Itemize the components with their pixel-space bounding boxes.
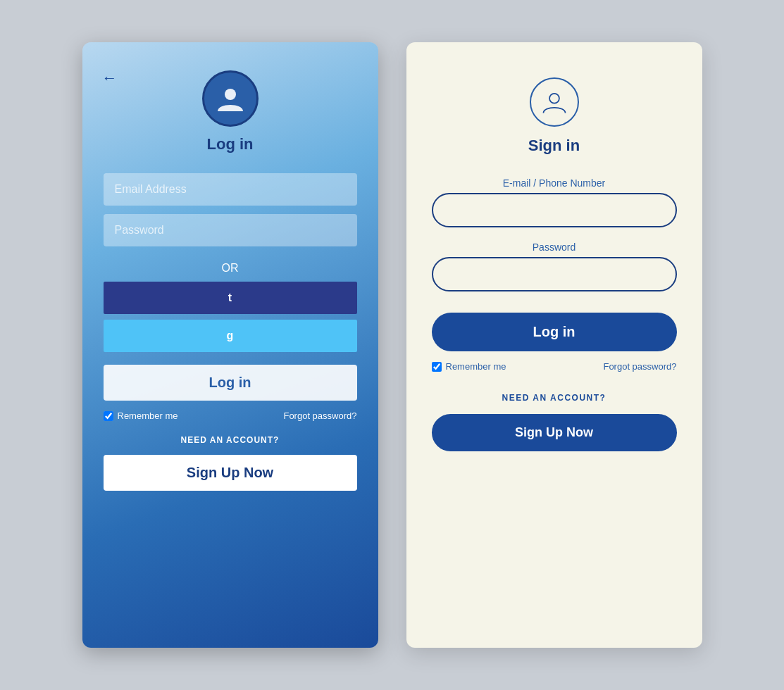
forgot-password-left[interactable]: Forgot password? xyxy=(283,410,356,421)
signup-button-left[interactable]: Sign Up Now xyxy=(104,455,357,491)
right-title: Sign in xyxy=(528,137,580,155)
svg-point-1 xyxy=(549,94,559,104)
forgot-password-right[interactable]: Forgot password? xyxy=(603,361,676,372)
google-button[interactable]: g xyxy=(104,320,357,352)
need-account-right: NEED AN ACCOUNT? xyxy=(502,393,606,403)
left-title: Log in xyxy=(207,135,254,153)
left-login-card: ← Log in OR t g Log in Remember me Forgo… xyxy=(82,42,378,648)
email-input-right[interactable] xyxy=(432,193,677,227)
back-arrow-icon[interactable]: ← xyxy=(102,69,118,87)
remember-row-left: Remember me Forgot password? xyxy=(104,410,357,421)
email-label-right: E-mail / Phone Number xyxy=(432,177,677,189)
svg-point-0 xyxy=(225,89,236,100)
remember-row-right: Remember me Forgot password? xyxy=(432,361,677,372)
remember-checkbox-right[interactable] xyxy=(432,362,442,372)
email-input-left[interactable] xyxy=(104,173,357,206)
right-login-card: Sign in E-mail / Phone Number Password L… xyxy=(406,42,702,648)
remember-me-label-left: Remember me xyxy=(104,410,178,421)
password-input-left[interactable] xyxy=(104,214,357,246)
remember-me-label-right: Remember me xyxy=(432,361,506,372)
avatar-right xyxy=(530,77,579,127)
signup-button-right[interactable]: Sign Up Now xyxy=(432,414,677,451)
avatar-left xyxy=(202,70,259,127)
twitter-button[interactable]: t xyxy=(104,282,357,314)
password-input-right[interactable] xyxy=(432,257,677,291)
login-button-left[interactable]: Log in xyxy=(104,365,357,401)
password-label-right: Password xyxy=(432,242,677,253)
need-account-left: NEED AN ACCOUNT? xyxy=(181,435,280,445)
or-divider: OR xyxy=(222,262,239,275)
remember-checkbox-left[interactable] xyxy=(104,411,113,421)
login-button-right[interactable]: Log in xyxy=(432,313,677,351)
